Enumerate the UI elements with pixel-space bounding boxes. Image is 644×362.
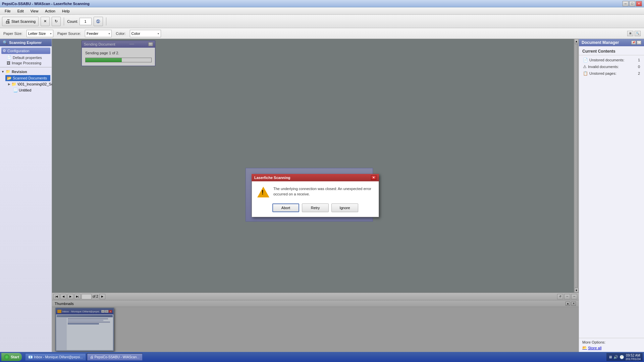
sidebar: 🔍 Scanning Explorer ⚙ Configuration 📄 De… [0,39,52,352]
store-all-link[interactable]: 📂 Store all [582,346,641,350]
dialog-close-button[interactable]: ✕ [371,175,376,180]
error-dialog: Laserfiche Scanning ✕ The underlying con… [252,174,379,217]
zoom-in-button[interactable]: 🔍 [635,31,641,36]
right-panel-close-btn[interactable]: ✕ [637,41,641,45]
unstored-docs-value: 1 [638,58,640,62]
start-label: Start [11,355,19,359]
maximize-button[interactable]: □ [629,1,635,6]
right-panel: Document Manager 📌 ✕ Current Contents 📄 … [579,39,644,352]
main-layout: 🔍 Scanning Explorer ⚙ Configuration 📄 De… [0,39,644,352]
unstored-docs-label: Unstored documents: [589,58,625,62]
scanned-documents-label: Scanned Documents [13,76,47,80]
color-select[interactable]: Color Grayscale Black & White [130,30,161,37]
image-icon: 🖼 [7,61,10,65]
retry-button[interactable]: Retry [302,203,329,212]
unstored-docs-stat: 📄 Unstored documents: 1 [579,57,644,63]
window-title: PepsiCo-SSABU - WIAScan - Laserfiche Sca… [2,2,90,6]
properties-icon: 📄 [7,55,11,60]
unstored-pages-value: 2 [638,71,640,75]
dialog-body: The underlying connection was closed: An… [252,181,379,217]
count-input[interactable] [79,18,92,25]
refresh-button[interactable]: ↻ [52,17,61,26]
menu-bar: File Edit View Action Help [0,7,644,15]
revision-expand-icon: ▼ [1,70,4,73]
count-label: Count: [67,19,78,23]
scanned-documents-item[interactable]: 📂 Scanned Documents [5,75,50,81]
menu-action[interactable]: Action [42,8,58,14]
taskbar-wiascan-btn[interactable]: 🖨 PepsiCo-SSABU - WIAScan... [87,353,143,361]
untitled-item[interactable]: 📃 Untitled [11,87,50,93]
color-label: Color: [116,32,125,36]
menu-view[interactable]: View [28,8,41,14]
more-options-title: More Options: [582,340,641,344]
zoom-fit-button[interactable]: ⊞ [627,31,633,36]
more-options-section: More Options: 📂 Store all [579,338,644,352]
email-icon: 📧 [28,355,33,359]
expand-icon: ▶ [8,82,10,86]
right-panel-controls: 📌 ✕ [631,41,641,45]
default-properties-label: Default properties [13,56,42,60]
warning-triangle [257,187,269,197]
toolbar-separator [64,17,64,25]
ignore-button[interactable]: Ignore [331,203,358,212]
clock-icon: 🕐 [620,355,624,359]
store-all-icon: 📂 [582,346,587,350]
unstored-pages-icon: 📋 [583,71,588,76]
dialog-buttons: Abort Retry Ignore [257,203,373,212]
menu-help[interactable]: Help [59,8,72,14]
invalid-docs-left: ⚠ Invalid documents: [583,64,619,69]
config-sub-items: 📄 Default properties 🖼 Image Processing [5,55,50,66]
folder-icon2: 📁 [11,82,16,86]
configuration-item[interactable]: ⚙ Configuration [1,48,50,54]
invalid-docs-stat: ⚠ Invalid documents: 0 [579,63,644,70]
config-section: ⚙ Configuration 📄 Default properties 🖼 I… [0,46,52,67]
unstored-pages-label: Unstored pages: [589,71,616,75]
store-all-label: Store all [588,346,601,350]
menu-file[interactable]: File [2,8,13,14]
image-processing-label: Image Processing [12,61,41,65]
taskbar-time: 09:52 AM [626,354,640,357]
abort-button[interactable]: Abort [272,203,299,212]
paper-size-select[interactable]: Letter Size Legal Size A4 [26,30,53,37]
incoming-scans-item[interactable]: ▶ 📁 \001_Incoming\02_Scans [7,81,50,87]
invalid-docs-label: Invalid documents: [588,65,619,69]
start-button[interactable]: Start [1,353,22,361]
sub-tree: ▶ 📁 \001_Incoming\02_Scans 📃 Untitled [7,81,50,93]
taskbar-tray: 🖥 🔊 🕐 09:52 AM 2017/01/24 [606,353,643,361]
dialog-title: Laserfiche Scanning [254,176,290,180]
image-processing-item[interactable]: 🖼 Image Processing [5,60,50,66]
start-scanning-button[interactable]: 🖨 Start Scanning [2,17,39,26]
dialog-message: The underlying connection was closed: An… [273,186,373,197]
menu-edit[interactable]: Edit [15,8,26,14]
settings-bar: Paper Size: Letter Size Legal Size A4 Pa… [0,28,644,39]
stop-icon: ✕ [44,19,47,23]
close-button[interactable]: ✕ [636,1,642,6]
folder-icon: 📂 [7,76,12,80]
counter-icon-button[interactable]: ① [94,17,103,26]
paper-size-select-wrapper: Letter Size Legal Size A4 [26,30,53,37]
minimize-button[interactable]: ─ [623,1,629,6]
unstored-pages-left: 📋 Unstored pages: [583,71,616,76]
paper-source-select[interactable]: Feeder Flatbed [85,30,112,37]
count-box: Count: [67,18,91,25]
taskbar: Start 📧 Inbox - Monique.Olifant@pepsi...… [0,352,644,362]
paper-source-label: Paper Source: [57,32,81,36]
start-scanning-label: Start Scanning [11,19,36,23]
taskbar-inbox-btn[interactable]: 📧 Inbox - Monique.Olifant@pepsi... [25,353,86,361]
current-contents-title: Current Contents [579,46,644,55]
unstored-docs-left: 📄 Unstored documents: [583,58,625,62]
taskbar-wiascan-label: PepsiCo-SSABU - WIAScan... [95,355,140,359]
invalid-docs-icon: ⚠ [583,64,587,69]
default-properties-item[interactable]: 📄 Default properties [5,55,50,60]
sidebar-title: Scanning Explorer [9,41,42,45]
network-icon: 🖥 [608,355,612,359]
sidebar-header: 🔍 Scanning Explorer [0,39,52,46]
stop-button[interactable]: ✕ [41,17,50,26]
tree-section: ▼ 📁 Revision 📂 Scanned Documents ▶ 📁 \00… [0,67,52,352]
paper-size-label: Paper Size: [3,32,22,36]
dialog-title-bar: Laserfiche Scanning ✕ [252,174,379,181]
right-panel-pin-btn[interactable]: 📌 [631,41,636,45]
clock-display: 09:52 AM 2017/01/24 [626,354,641,361]
revision-label: Revision [12,70,27,74]
warning-icon [257,186,269,198]
